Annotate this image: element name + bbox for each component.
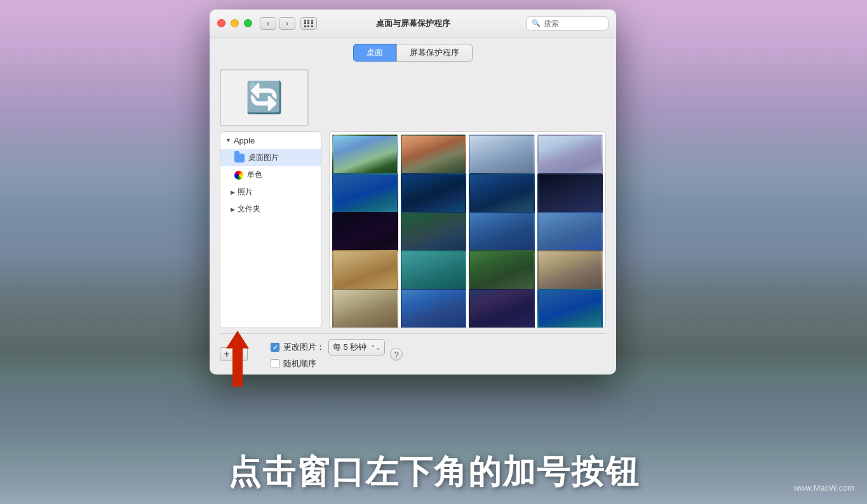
folder-triangle: ▶ xyxy=(231,206,235,213)
random-order-row: 随机顺序 xyxy=(271,358,385,369)
forward-button[interactable]: › xyxy=(279,17,295,30)
wallpaper-thumb-14[interactable] xyxy=(401,250,467,291)
folder-icon xyxy=(234,154,245,162)
bottom-controls: + − 更改图片： 每 5 秒钟 ⌃⌄ 随机顺序 xyxy=(220,333,606,375)
sidebar: ▼ Apple 桌面图片 单色 ▶ 照片 ▶ 文件夹 xyxy=(220,131,321,328)
wallpaper-thumb-19[interactable] xyxy=(469,289,535,328)
wallpaper-thumb-6[interactable] xyxy=(401,173,467,215)
grid-view-button[interactable] xyxy=(300,17,317,30)
sidebar-item-solid-color[interactable]: 单色 xyxy=(220,166,321,183)
interval-dropdown[interactable]: 每 5 秒钟 ⌃⌄ xyxy=(328,339,385,355)
grid-icon xyxy=(304,20,314,27)
search-box[interactable]: 🔍 xyxy=(526,17,608,30)
wallpaper-thumb-7[interactable] xyxy=(469,173,535,215)
wallpaper-thumb-2[interactable] xyxy=(401,135,467,176)
wallpaper-thumb-1[interactable] xyxy=(332,135,398,176)
dropdown-arrow-icon: ⌃⌄ xyxy=(370,344,380,351)
tab-screensaver[interactable]: 屏幕保护程序 xyxy=(396,44,473,62)
collapse-triangle: ▼ xyxy=(225,138,231,143)
tab-control: 桌面 屏幕保护程序 xyxy=(210,37,616,67)
wallpaper-thumb-13[interactable] xyxy=(332,250,398,291)
wallpaper-thumb-11[interactable] xyxy=(469,212,535,253)
controls-right: 更改图片： 每 5 秒钟 ⌃⌄ 随机顺序 ? xyxy=(271,339,403,369)
add-remove-buttons: + − xyxy=(220,347,248,361)
nav-buttons: ‹ › xyxy=(260,17,295,30)
wallpaper-thumb-17[interactable] xyxy=(332,289,398,328)
watermark: www.MacW.com xyxy=(794,483,854,493)
wallpaper-thumb-16[interactable] xyxy=(537,250,603,291)
sidebar-group-apple-label: Apple xyxy=(234,136,255,145)
sidebar-group-apple[interactable]: ▼ Apple xyxy=(220,132,321,149)
traffic-lights xyxy=(217,19,252,27)
back-button[interactable]: ‹ xyxy=(260,17,276,30)
close-button[interactable] xyxy=(217,19,225,27)
sidebar-item-solid-label: 单色 xyxy=(247,169,262,180)
wallpaper-thumb-4[interactable] xyxy=(537,135,603,176)
sidebar-item-folder-label: 文件夹 xyxy=(238,204,260,215)
photos-triangle: ▶ xyxy=(231,189,235,196)
sidebar-item-photos-label: 照片 xyxy=(238,187,253,197)
preview-icon: 🔄 xyxy=(245,80,283,116)
maximize-button[interactable] xyxy=(244,19,252,27)
wallpaper-thumb-12[interactable] xyxy=(537,212,603,253)
wallpaper-thumb-8[interactable] xyxy=(537,173,603,215)
wallpaper-thumb-10[interactable] xyxy=(401,212,467,253)
main-content: 🔄 ▼ Apple 桌面图片 单色 ▶ xyxy=(210,67,616,375)
preview-box: 🔄 xyxy=(220,69,309,126)
sidebar-item-folder[interactable]: ▶ 文件夹 xyxy=(220,201,321,218)
wallpaper-thumb-9[interactable] xyxy=(332,212,398,253)
search-input[interactable] xyxy=(544,19,603,28)
help-button[interactable]: ? xyxy=(390,348,403,361)
wallpaper-thumb-18[interactable] xyxy=(401,289,467,328)
sidebar-item-photos[interactable]: ▶ 照片 xyxy=(220,183,321,201)
random-order-checkbox[interactable] xyxy=(271,359,279,368)
change-photo-label: 更改图片： xyxy=(283,342,325,353)
wallpaper-thumb-15[interactable] xyxy=(469,250,535,291)
change-photo-row: 更改图片： 每 5 秒钟 ⌃⌄ xyxy=(271,339,385,355)
add-button[interactable]: + xyxy=(220,347,234,361)
sidebar-item-desktop-label: 桌面图片 xyxy=(248,152,279,163)
content-section: ▼ Apple 桌面图片 单色 ▶ 照片 ▶ 文件夹 xyxy=(220,131,606,333)
minimize-button[interactable] xyxy=(231,19,239,27)
sidebar-item-desktop-pictures[interactable]: 桌面图片 xyxy=(220,149,321,166)
wallpaper-thumb-3[interactable] xyxy=(469,135,535,176)
change-photo-checkbox[interactable] xyxy=(271,343,279,352)
color-circle-icon xyxy=(234,171,243,180)
remove-button[interactable]: − xyxy=(234,347,248,361)
random-order-label: 随机顺序 xyxy=(283,358,316,369)
search-icon: 🔍 xyxy=(532,19,541,27)
wallpaper-thumb-20[interactable] xyxy=(537,289,603,328)
preview-area: 🔄 xyxy=(220,67,606,131)
tab-desktop[interactable]: 桌面 xyxy=(353,44,396,62)
window-title: 桌面与屏幕保护程序 xyxy=(376,18,450,29)
instruction-text: 点击窗口左下角的加号按钮 xyxy=(0,450,867,494)
wallpaper-grid xyxy=(329,131,606,328)
titlebar: ‹ › 桌面与屏幕保护程序 🔍 xyxy=(210,10,616,37)
interval-value: 每 5 秒钟 xyxy=(333,342,366,353)
preferences-window: ‹ › 桌面与屏幕保护程序 🔍 桌面 屏幕保护程序 🔄 xyxy=(210,10,616,375)
wallpaper-thumb-5[interactable] xyxy=(332,173,398,215)
checkbox-rows: 更改图片： 每 5 秒钟 ⌃⌄ 随机顺序 xyxy=(271,339,385,369)
